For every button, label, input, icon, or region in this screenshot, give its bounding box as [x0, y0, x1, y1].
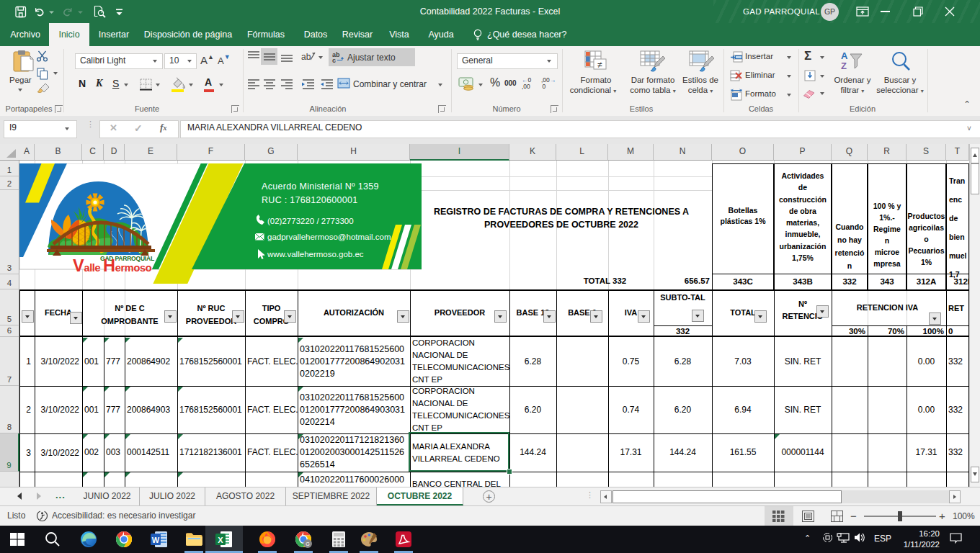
svg-text:≠: ≠ [597, 60, 602, 70]
svg-text:RUC : 1768120600001: RUC : 1768120600001 [262, 195, 358, 205]
svg-text:ab: ab [301, 52, 311, 62]
svg-text:G: G [306, 541, 309, 547]
svg-text:(02)2773220 / 2773300: (02)2773220 / 2773300 [267, 217, 354, 225]
svg-text:Z: Z [841, 60, 847, 71]
svg-text:W: W [152, 536, 160, 544]
svg-text:A: A [841, 50, 848, 61]
svg-text:X: X [218, 536, 223, 544]
svg-text:Acuerdo Ministerial Nº 1359: Acuerdo Ministerial Nº 1359 [262, 181, 379, 192]
svg-text:www.vallehermoso.gob.ec: www.vallehermoso.gob.ec [267, 250, 364, 258]
svg-text:c: c [332, 57, 336, 63]
svg-text:gadprvallehermoso@hotmail.com: gadprvallehermoso@hotmail.com [267, 233, 391, 241]
